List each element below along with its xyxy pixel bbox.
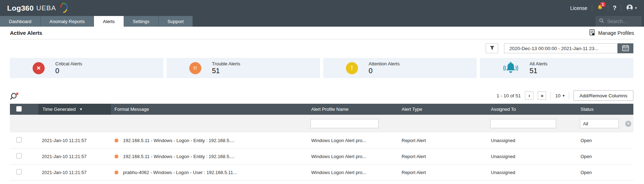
manage-profiles-button[interactable]: Manage Profiles	[589, 29, 634, 37]
column-header-alert-type[interactable]: Alert Type	[398, 107, 487, 112]
next-page-button[interactable]: ›	[525, 91, 533, 100]
tab-dashboard[interactable]: Dashboard	[0, 16, 41, 27]
divider	[569, 92, 569, 99]
calendar-icon	[622, 45, 629, 52]
format-message-text[interactable]: prabhu-4062 - Windows - Logon - User : 1…	[123, 170, 237, 175]
cell-time-generated: 2021-Jan-10 11:21:57	[38, 138, 111, 143]
table-row[interactable]: 2021-Jan-10 11:21:57 192.168.5.11 - Wind…	[10, 148, 633, 164]
card-label: Attention Alerts	[369, 61, 399, 66]
table-filter-row: ✕	[10, 115, 633, 132]
clear-status-filter-icon[interactable]: ✕	[625, 121, 631, 127]
logo-swoosh-icon	[58, 2, 68, 15]
search-icon	[599, 18, 604, 25]
manage-profiles-icon	[589, 29, 595, 37]
row-checkbox[interactable]	[16, 137, 22, 142]
trouble-alerts-card[interactable]: !! Trouble Alerts 51	[167, 58, 320, 78]
table-toolbar: 1 - 10 of 51 › » 10 ▾ Add/Remove Columns	[10, 90, 633, 101]
notification-badge: 1	[600, 2, 605, 7]
calendar-button[interactable]	[617, 43, 633, 53]
alerts-table: Time Generated ▼ Format Message Alert Pr…	[10, 104, 633, 180]
caret-down-icon: ▾	[562, 93, 565, 98]
filter-funnel-button[interactable]	[486, 43, 498, 53]
trouble-alerts-icon: !!	[189, 62, 201, 74]
cell-format-message[interactable]: prabhu-4062 - Windows - Logon - User : 1…	[111, 170, 308, 175]
select-all-checkbox[interactable]	[16, 106, 22, 112]
license-link[interactable]: License	[570, 5, 587, 11]
cell-assigned-to: Unassigned	[487, 170, 577, 175]
divider	[621, 5, 621, 11]
alert-profile-filter-input[interactable]	[310, 119, 379, 128]
cell-alert-type: Report Alert	[398, 138, 487, 143]
row-checkbox[interactable]	[16, 153, 22, 158]
main-navigation: Dashboard Anomaly Reports Alerts Setting…	[0, 16, 644, 27]
card-value: 51	[530, 67, 548, 75]
user-menu-button[interactable]: ▾	[626, 4, 637, 12]
add-remove-columns-button[interactable]: Add/Remove Columns	[573, 90, 633, 101]
severity-dot-icon	[114, 155, 118, 158]
date-filter-bar	[10, 43, 633, 54]
row-checkbox[interactable]	[16, 169, 22, 174]
format-message-text[interactable]: 192.168.5.11 - Windows - Logon - Entity …	[123, 154, 234, 159]
divider	[592, 5, 592, 11]
cell-alert-profile-name: Windows Logon Alert pro...	[308, 170, 398, 175]
user-avatar-icon	[626, 4, 633, 12]
column-header-time-generated[interactable]: Time Generated ▼	[38, 104, 111, 115]
global-search[interactable]	[595, 16, 642, 27]
cell-alert-profile-name: Windows Logon Alert pro...	[308, 154, 398, 159]
column-header-alert-profile-name[interactable]: Alert Profile Name	[308, 107, 398, 112]
assigned-to-filter-input[interactable]	[490, 119, 556, 128]
column-header-status[interactable]: Status	[577, 107, 633, 112]
table-row[interactable]: 2021-Jan-10 11:21:57 prabhu-4062 - Windo…	[10, 164, 633, 180]
attention-alerts-card[interactable]: ! Attention Alerts 0	[323, 58, 477, 78]
card-value: 0	[55, 67, 82, 75]
cell-status: Open	[577, 154, 633, 159]
last-page-button[interactable]: »	[538, 91, 546, 100]
notifications-button[interactable]: 1	[597, 4, 603, 12]
table-header-row: Time Generated ▼ Format Message Alert Pr…	[10, 104, 633, 115]
cell-format-message[interactable]: 192.168.5.11 - Windows - Logon - Entity …	[111, 154, 308, 159]
pagination-text: 1 - 10 of 51	[497, 93, 521, 98]
attention-alerts-icon: !	[346, 62, 358, 74]
caret-down-icon: ▾	[635, 6, 637, 10]
alert-summary-cards: ✕ Critical Alerts 0 !! Trouble Alerts 51…	[10, 58, 633, 78]
tab-settings[interactable]: Settings	[124, 16, 159, 27]
cell-assigned-to: Unassigned	[487, 154, 577, 159]
tab-support[interactable]: Support	[159, 16, 193, 27]
column-header-format-message[interactable]: Format Message	[111, 107, 308, 112]
cell-time-generated: 2021-Jan-10 11:21:57	[38, 170, 111, 175]
card-label: Trouble Alerts	[212, 61, 240, 66]
card-label: Critical Alerts	[55, 61, 82, 66]
nav-tabs: Dashboard Anomaly Reports Alerts Setting…	[0, 16, 193, 27]
logo-text-secondary: UEBA	[36, 4, 56, 12]
all-alerts-card[interactable]: All Alerts 51	[480, 58, 633, 78]
severity-dot-icon	[114, 171, 118, 174]
date-range-picker	[504, 43, 633, 53]
cell-alert-profile-name: Windows Logon Alert pro...	[308, 138, 398, 143]
help-icon[interactable]: ?	[613, 5, 616, 12]
divider	[608, 5, 608, 11]
all-alerts-bell-icon	[503, 61, 519, 75]
format-message-text[interactable]: 192.168.5.11 - Windows - Logon - Entity …	[123, 138, 234, 143]
page-header: Active Alerts Manage Profiles	[10, 27, 634, 39]
page-size-value: 10	[555, 93, 560, 98]
cell-status: Open	[577, 138, 633, 143]
tab-anomaly-reports[interactable]: Anomaly Reports	[41, 16, 94, 27]
column-header-assigned-to[interactable]: Assigned To	[487, 107, 577, 112]
critical-alerts-card[interactable]: ✕ Critical Alerts 0	[10, 58, 163, 78]
card-label: All Alerts	[530, 61, 548, 66]
table-row[interactable]: 2021-Jan-10 11:21:57 192.168.5.11 - Wind…	[10, 132, 633, 148]
funnel-icon	[489, 45, 495, 52]
cell-format-message[interactable]: 192.168.5.11 - Windows - Logon - Entity …	[111, 138, 308, 143]
search-input[interactable]	[607, 18, 637, 24]
page-size-dropdown[interactable]: 10 ▾	[555, 93, 565, 98]
severity-dot-icon	[114, 139, 118, 142]
logo-text-primary: Log360	[7, 4, 34, 12]
cell-status: Open	[577, 170, 633, 175]
date-range-input[interactable]	[504, 43, 617, 53]
cell-alert-type: Report Alert	[398, 170, 487, 175]
status-filter-input[interactable]	[580, 119, 619, 128]
cell-alert-type: Report Alert	[398, 154, 487, 159]
tab-alerts[interactable]: Alerts	[94, 16, 124, 27]
clear-search-icon[interactable]	[10, 91, 19, 100]
page-title: Active Alerts	[10, 30, 42, 36]
